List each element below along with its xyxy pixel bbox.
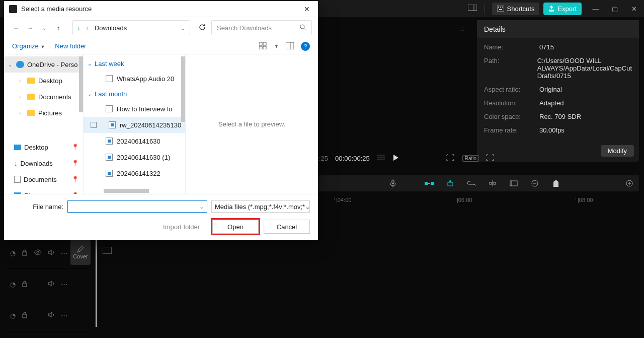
maximize-button[interactable]: ▢ xyxy=(610,5,620,13)
zoom-out-icon[interactable] xyxy=(530,179,539,188)
file-item[interactable]: WhatsApp Audio 20 xyxy=(84,71,185,87)
detail-path-key: Path: xyxy=(484,57,537,80)
group-header-lastmonth[interactable]: ⌄ Last month xyxy=(84,87,185,101)
file-item[interactable]: 202406141630 xyxy=(84,133,185,149)
organize-menu[interactable]: Organize ▼ xyxy=(12,42,45,50)
filelist-scrollbar-thumb[interactable] xyxy=(181,56,185,122)
filename-input[interactable]: ⌄ xyxy=(67,200,207,213)
close-app-button[interactable]: ✕ xyxy=(629,5,639,13)
tree-item-desktop[interactable]: › Desktop xyxy=(4,73,83,89)
list-icon[interactable] xyxy=(377,155,386,162)
chevron-right-icon[interactable]: › xyxy=(19,78,24,84)
preview-pane-icon[interactable] xyxy=(286,42,294,50)
speaker-icon[interactable] xyxy=(48,249,55,257)
search-input[interactable]: Search Downloads xyxy=(211,20,312,35)
tree-item-documents[interactable]: › Documents xyxy=(4,89,83,105)
speaker-icon[interactable] xyxy=(48,281,55,288)
more-icon[interactable]: ⋯ xyxy=(61,312,67,319)
more-icon[interactable]: ⋯ xyxy=(61,281,67,288)
tree-item-onedrive[interactable]: ⌄ OneDrive - Perso xyxy=(4,56,83,73)
import-folder-button[interactable]: Import folder xyxy=(163,223,200,231)
address-bar[interactable]: ↓ › Downloads ⌄ xyxy=(72,20,190,35)
svg-rect-10 xyxy=(392,180,394,184)
nav-up-button[interactable]: ↑ xyxy=(52,24,64,32)
filename-label: File name: xyxy=(12,203,63,211)
svg-rect-28 xyxy=(23,283,27,287)
refresh-button[interactable] xyxy=(198,23,206,33)
folder-icon xyxy=(27,110,35,116)
more-icon[interactable]: ⋯ xyxy=(61,249,67,257)
filter-dropdown-icon[interactable]: ⌄ xyxy=(305,203,310,211)
tree-scrollbar-thumb[interactable] xyxy=(79,56,83,112)
group-header-lastweek[interactable]: ⌄ Last week xyxy=(84,56,185,71)
folder-tree[interactable]: ⌄ OneDrive - Perso › Desktop › Documents… xyxy=(4,54,84,194)
file-checkbox[interactable] xyxy=(91,122,97,128)
svg-rect-3 xyxy=(498,7,499,8)
clock-icon[interactable]: ◔ xyxy=(10,249,16,257)
expand-icon[interactable] xyxy=(486,154,495,163)
tree-quick-pictures[interactable]: Pictures 📍 xyxy=(4,187,83,194)
minimize-button[interactable]: — xyxy=(591,5,601,13)
tree-item-pictures[interactable]: › Pictures xyxy=(4,105,83,121)
panel-menu-icon[interactable]: ≡ xyxy=(460,25,464,33)
export-button[interactable]: Export xyxy=(543,3,582,15)
mic-icon[interactable] xyxy=(388,179,397,188)
file-item[interactable]: 202406141630 (1) xyxy=(84,149,185,165)
tree-quick-documents[interactable]: Documents 📍 xyxy=(4,171,83,187)
ruler-mark-8: |08:00 xyxy=(576,197,593,200)
zoom-in-icon[interactable] xyxy=(625,179,634,188)
lock-icon[interactable] xyxy=(22,280,28,289)
eye-icon[interactable] xyxy=(34,249,42,257)
ratio-button[interactable]: Ratio xyxy=(462,155,479,162)
detail-ar-value: Original xyxy=(539,86,632,93)
help-icon[interactable]: ? xyxy=(301,42,310,51)
file-list[interactable]: ⌄ Last week WhatsApp Audio 20 ⌄ Last mon… xyxy=(84,54,185,194)
chevron-down-icon[interactable]: ⌄ xyxy=(8,62,13,67)
filetype-filter[interactable]: Media files (*.mpg;*.f4v;*.mov;* ⌄ xyxy=(211,200,310,213)
path-dropdown-icon[interactable]: ⌄ xyxy=(180,24,186,32)
file-item[interactable]: 202406141322 xyxy=(84,165,185,181)
filelist-hscrollbar-thumb[interactable] xyxy=(104,189,149,193)
time-current: 00:00:00:25 xyxy=(335,155,370,162)
chevron-right-icon[interactable]: › xyxy=(19,94,24,100)
shortcuts-button[interactable]: Shortcuts xyxy=(492,3,540,15)
align-icon[interactable] xyxy=(488,179,497,188)
modify-button[interactable]: Modify xyxy=(601,145,634,157)
lock-icon[interactable] xyxy=(22,311,28,320)
file-name: rw_20240614235130 xyxy=(120,121,181,129)
link-icon[interactable] xyxy=(467,179,476,188)
zoom-slider-handle[interactable] xyxy=(551,179,560,188)
open-button[interactable]: Open xyxy=(212,220,259,234)
nav-forward-button[interactable]: → xyxy=(24,24,36,32)
cancel-button[interactable]: Cancel xyxy=(264,220,310,234)
clock-icon[interactable]: ◔ xyxy=(10,281,16,288)
fullscreen-icon[interactable] xyxy=(446,154,455,163)
view-mode-dropdown[interactable]: ▼ xyxy=(274,44,279,49)
file-name: 202406141322 xyxy=(117,170,160,177)
lock-icon[interactable] xyxy=(22,249,28,257)
tree-quick-downloads[interactable]: ↓ Downloads 📍 xyxy=(4,155,83,171)
app-icon xyxy=(9,5,17,13)
tree-quick-desktop[interactable]: Desktop 📍 xyxy=(4,139,83,155)
clock-icon[interactable]: ◔ xyxy=(10,312,16,319)
filename-dropdown-icon[interactable]: ⌄ xyxy=(199,204,204,210)
file-name: 202406141630 xyxy=(117,138,160,145)
speaker-icon[interactable] xyxy=(48,312,55,319)
nav-back-button[interactable]: ← xyxy=(10,24,22,32)
shortcuts-label: Shortcuts xyxy=(507,5,535,13)
nav-recent-dropdown[interactable]: ⌄ xyxy=(38,25,50,31)
video-file-icon xyxy=(109,121,116,128)
new-folder-button[interactable]: New folder xyxy=(55,42,86,50)
magnet-icon[interactable] xyxy=(425,179,434,188)
dialog-close-button[interactable]: ✕ xyxy=(301,5,313,13)
chevron-right-icon[interactable]: › xyxy=(19,110,24,116)
dialog-nav-row: ← → ⌄ ↑ ↓ › Downloads ⌄ Search Downloads xyxy=(4,17,318,38)
auto-snap-icon[interactable] xyxy=(446,179,455,188)
view-mode-icon[interactable] xyxy=(259,42,267,50)
file-item-selected[interactable]: rw_20240614235130 xyxy=(84,117,185,133)
layout-mode-icon[interactable] xyxy=(467,5,477,13)
file-item[interactable]: How to Interview fo xyxy=(84,101,185,117)
play-button[interactable] xyxy=(393,154,402,163)
path-segment[interactable]: Downloads xyxy=(95,24,127,32)
preview-render-icon[interactable] xyxy=(509,179,518,188)
